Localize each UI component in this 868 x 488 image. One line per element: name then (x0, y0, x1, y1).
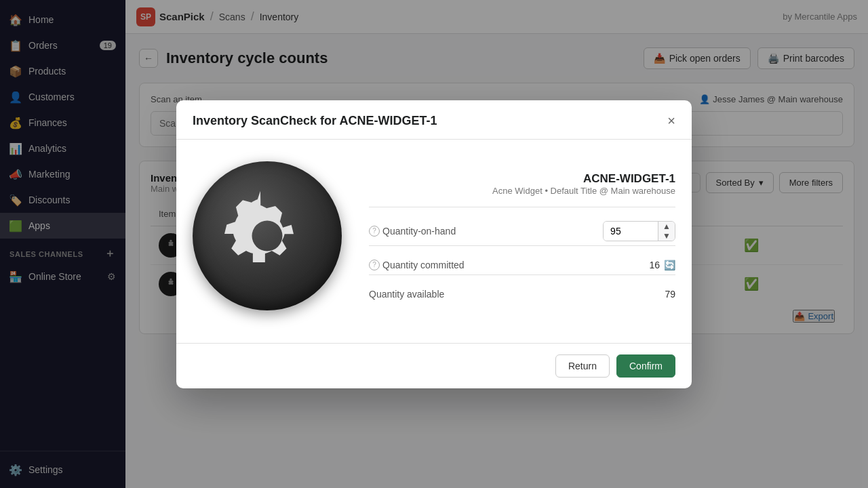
confirm-button[interactable]: Confirm (616, 354, 675, 378)
qty-committed-label: ? Quantity committed (369, 260, 465, 270)
product-image (193, 161, 342, 310)
modal-header: Inventory ScanCheck for ACNE-WIDGET-1 × (176, 100, 692, 140)
modal-close-button[interactable]: × (667, 114, 675, 127)
qty-committed-help-icon[interactable]: ? (369, 260, 380, 270)
qty-decrement-button[interactable]: ▼ (658, 231, 675, 241)
qty-committed-row: ? Quantity committed 16 🔄 (369, 256, 675, 274)
gear-icon (216, 185, 318, 287)
modal-divider-3 (369, 274, 675, 275)
modal-body: ACNE-WIDGET-1 Acne Widget • Default Titl… (176, 140, 692, 343)
modal-divider-2 (369, 245, 675, 246)
gear-circle (193, 161, 342, 310)
return-button[interactable]: Return (555, 354, 610, 378)
qty-committed-value: 16 🔄 (649, 260, 675, 270)
modal-divider (369, 207, 675, 207)
qty-spin: ▲ ▼ (658, 222, 675, 241)
qty-available-label: Quantity available (369, 289, 444, 300)
modal-title: Inventory ScanCheck for ACNE-WIDGET-1 (193, 114, 437, 128)
qty-available-value: 79 (665, 289, 675, 300)
qty-on-hand-input-wrap: ▲ ▼ (603, 221, 675, 241)
qty-increment-button[interactable]: ▲ (658, 222, 675, 231)
modal-footer: Return Confirm (176, 343, 692, 388)
qty-available-row: Quantity available 79 (369, 285, 675, 304)
refresh-icon[interactable]: 🔄 (664, 260, 675, 270)
qty-on-hand-input[interactable] (604, 222, 658, 241)
modal-sku: ACNE-WIDGET-1 (369, 172, 675, 186)
modal: Inventory ScanCheck for ACNE-WIDGET-1 × … (176, 100, 692, 388)
qty-on-hand-help-icon[interactable]: ? (369, 226, 380, 237)
modal-product-subtitle: Acne Widget • Default Title @ Main wareh… (369, 186, 675, 196)
qty-on-hand-row: ? Quantity-on-hand ▲ ▼ (369, 217, 675, 245)
qty-on-hand-label: ? Quantity-on-hand (369, 226, 456, 237)
modal-overlay: Inventory ScanCheck for ACNE-WIDGET-1 × … (0, 0, 868, 488)
modal-info: ACNE-WIDGET-1 Acne Widget • Default Titl… (369, 161, 675, 304)
